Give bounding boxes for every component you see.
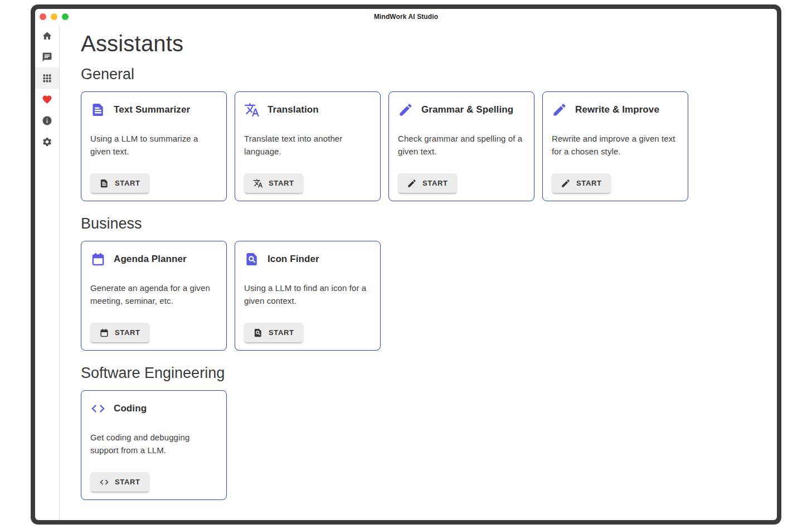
card-title: Grammar & Spelling [421,104,513,115]
card-header: Agenda Planner [90,251,217,267]
icon-search-icon [244,251,260,267]
page-title: Assistants [81,31,766,56]
start-button-grammar-spelling[interactable]: START [398,173,457,193]
window-frame: MindWork AI Studio [31,4,781,525]
card-header: Rewrite & Improve [552,102,679,118]
card-description: Rewrite and improve a given text for a c… [552,133,679,158]
sidebar [35,25,60,520]
settings-gear-icon [42,137,52,147]
pencil-icon [398,102,414,118]
start-button-translation[interactable]: START [244,173,303,193]
card-description: Check grammar and spelling of a given te… [398,133,525,158]
start-button-rewrite-improve[interactable]: START [552,173,611,193]
sidebar-item-chats[interactable] [35,46,59,67]
card-title: Icon Finder [268,254,319,265]
cards-row-business: Agenda Planner Generate an agenda for a … [81,241,766,351]
document-text-icon [99,178,109,188]
start-button-label: START [115,328,140,337]
card-rewrite-improve: Rewrite & Improve Rewrite and improve a … [542,91,688,201]
cards-row-general: Text Summarizer Using a LLM to summarize… [81,91,766,201]
card-agenda-planner: Agenda Planner Generate an agenda for a … [81,241,227,351]
start-button-label: START [422,179,448,187]
code-icon [90,401,106,416]
card-header: Icon Finder [244,251,371,267]
code-icon [99,477,109,487]
app-window: MindWork AI Studio [35,9,777,520]
start-button-coding[interactable]: START [90,472,149,492]
info-icon [42,115,52,126]
start-button-label: START [115,478,140,486]
pencil-icon [552,102,567,118]
sidebar-item-home[interactable] [35,25,59,46]
start-button-label: START [269,179,294,187]
cards-row-software-engineering: Coding Get coding and debugging support … [81,390,766,500]
start-button-text-summarizer[interactable]: START [90,173,149,193]
start-button-icon-finder[interactable]: START [244,323,303,342]
window-title: MindWork AI Studio [35,13,777,21]
home-icon [42,31,52,41]
card-title: Translation [268,104,319,115]
sidebar-item-favorites[interactable] [35,89,59,110]
start-button-label: START [115,179,140,187]
section-title-general: General [81,66,766,83]
card-translation: Translation Translate text into another … [235,91,381,201]
card-coding: Coding Get coding and debugging support … [81,390,227,500]
calendar-icon [99,328,109,338]
titlebar: MindWork AI Studio [35,9,777,25]
app-body: Assistants General Text Summarizer Using… [35,25,777,520]
card-description: Using a LLM to summarize a given text. [90,133,217,158]
card-description: Translate text into another language. [244,133,371,158]
translate-icon [253,178,263,188]
card-description: Generate an agenda for a given meeting, … [90,282,217,307]
start-button-label: START [269,328,294,337]
start-button-label: START [576,179,602,187]
sidebar-item-about[interactable] [35,110,59,131]
assistants-page: Assistants General Text Summarizer Using… [60,25,777,520]
section-title-business: Business [81,215,766,232]
card-title: Text Summarizer [114,104,190,115]
apps-grid-icon [42,73,52,84]
card-header: Text Summarizer [90,102,217,118]
card-title: Agenda Planner [114,254,187,265]
section-title-software-engineering: Software Engineering [81,365,766,382]
card-icon-finder: Icon Finder Using a LLM to find an icon … [235,241,381,351]
card-title: Rewrite & Improve [575,104,659,115]
card-header: Coding [90,401,217,416]
start-button-agenda-planner[interactable]: START [90,323,149,342]
chat-icon [42,52,52,62]
sidebar-item-assistants[interactable] [35,67,59,89]
card-description: Using a LLM to find an icon for a given … [244,282,371,307]
document-text-icon [90,102,106,118]
translate-icon [244,102,260,118]
sidebar-item-settings[interactable] [35,131,59,152]
card-header: Grammar & Spelling [398,102,525,118]
card-title: Coding [114,403,147,414]
icon-search-icon [253,328,263,338]
card-header: Translation [244,102,371,118]
card-grammar-spelling: Grammar & Spelling Check grammar and spe… [388,91,534,201]
card-text-summarizer: Text Summarizer Using a LLM to summarize… [81,91,227,201]
pencil-icon [561,178,571,188]
heart-icon [42,94,52,105]
card-description: Get coding and debugging support from a … [90,431,217,457]
calendar-icon [90,251,106,267]
pencil-icon [407,178,417,188]
